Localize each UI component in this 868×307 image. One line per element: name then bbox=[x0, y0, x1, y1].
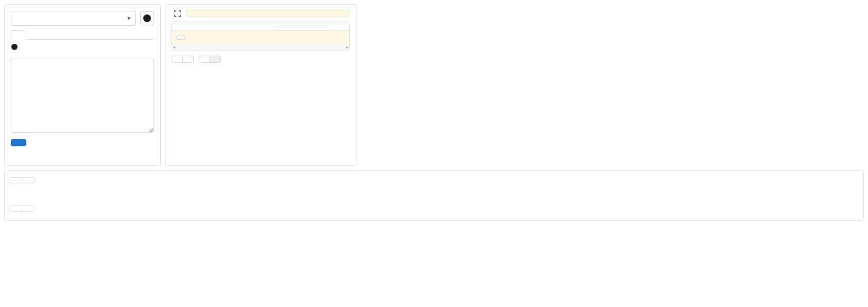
base-score-table bbox=[172, 22, 349, 44]
search-button[interactable] bbox=[11, 139, 26, 146]
current-score-widget bbox=[199, 56, 221, 63]
model-help-button[interactable] bbox=[140, 11, 154, 25]
pagination-bottom bbox=[9, 206, 35, 212]
base-score-config-alert bbox=[186, 10, 350, 17]
chevron-down-icon: ▼ bbox=[126, 15, 131, 21]
tab-specific-id[interactable] bbox=[25, 30, 39, 39]
next-page-button[interactable] bbox=[22, 206, 35, 212]
tab-restsearch[interactable] bbox=[11, 30, 25, 40]
decay-score-chart bbox=[361, 5, 806, 160]
scroll-left-icon[interactable]: ◂ bbox=[173, 45, 175, 49]
misp-decay-tool-page: ▼ bbox=[0, 0, 868, 307]
base-score-panel: ◂ ▸ bbox=[165, 4, 356, 166]
sighting-widget bbox=[172, 56, 194, 63]
current-score-value bbox=[210, 56, 220, 62]
base-score-badge bbox=[176, 36, 185, 40]
model-search-panel: ▼ bbox=[4, 4, 161, 166]
pagination-top bbox=[9, 177, 35, 183]
previous-page-button[interactable] bbox=[9, 177, 22, 183]
current-score-label bbox=[199, 56, 210, 62]
base-score-total-value bbox=[328, 31, 349, 45]
model-select[interactable]: ▼ bbox=[11, 11, 136, 26]
question-icon bbox=[11, 44, 18, 50]
base-score-table-wrap: ◂ ▸ bbox=[172, 22, 350, 50]
question-icon bbox=[143, 14, 151, 22]
search-tabs bbox=[11, 30, 154, 40]
horizontal-scrollbar[interactable]: ◂ ▸ bbox=[172, 44, 349, 50]
col-computation bbox=[275, 22, 328, 26]
previous-page-button[interactable] bbox=[9, 206, 22, 212]
next-page-button[interactable] bbox=[22, 177, 35, 183]
base-score-total-row bbox=[172, 31, 349, 45]
col-eff-ratio bbox=[275, 26, 296, 31]
col-value bbox=[297, 26, 328, 31]
results-panel bbox=[4, 170, 864, 221]
expand-icon[interactable] bbox=[174, 10, 181, 17]
col-result bbox=[328, 22, 349, 31]
scroll-right-icon[interactable]: ▸ bbox=[346, 45, 348, 49]
restsearch-query-textarea[interactable] bbox=[11, 58, 154, 133]
sighting-date bbox=[182, 56, 193, 62]
col-tag bbox=[172, 22, 275, 31]
restsearch-heading bbox=[11, 46, 154, 55]
sighting-label bbox=[172, 56, 182, 62]
decay-chart-svg bbox=[361, 5, 806, 160]
